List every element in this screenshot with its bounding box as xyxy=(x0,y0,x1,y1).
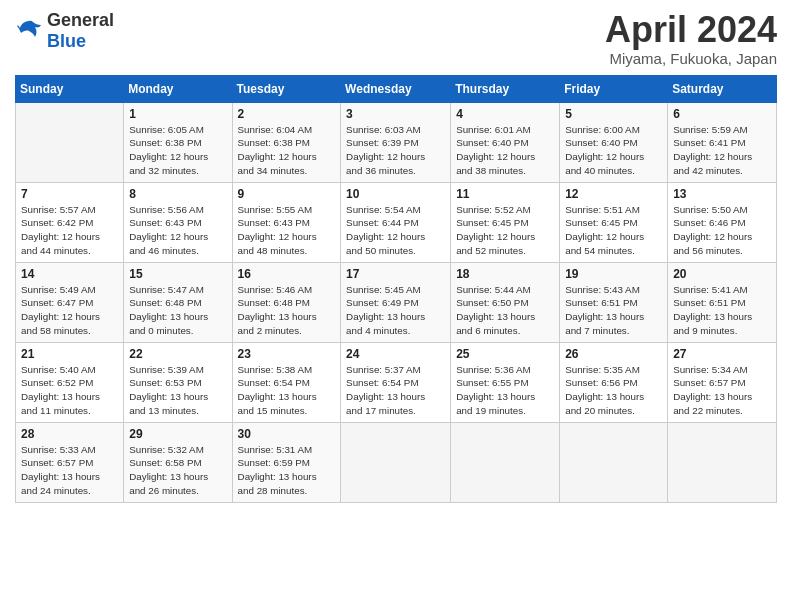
day-number: 29 xyxy=(129,427,226,441)
calendar-cell: 3Sunrise: 6:03 AM Sunset: 6:39 PM Daylig… xyxy=(341,102,451,182)
day-number: 11 xyxy=(456,187,554,201)
day-info: Sunrise: 5:55 AM Sunset: 6:43 PM Dayligh… xyxy=(238,203,336,258)
day-info: Sunrise: 5:39 AM Sunset: 6:53 PM Dayligh… xyxy=(129,363,226,418)
day-info: Sunrise: 5:47 AM Sunset: 6:48 PM Dayligh… xyxy=(129,283,226,338)
calendar-cell: 23Sunrise: 5:38 AM Sunset: 6:54 PM Dayli… xyxy=(232,342,341,422)
day-info: Sunrise: 6:04 AM Sunset: 6:38 PM Dayligh… xyxy=(238,123,336,178)
day-info: Sunrise: 5:51 AM Sunset: 6:45 PM Dayligh… xyxy=(565,203,662,258)
day-info: Sunrise: 5:50 AM Sunset: 6:46 PM Dayligh… xyxy=(673,203,771,258)
header-tuesday: Tuesday xyxy=(232,75,341,102)
calendar-cell: 9Sunrise: 5:55 AM Sunset: 6:43 PM Daylig… xyxy=(232,182,341,262)
header: General Blue April 2024 Miyama, Fukuoka,… xyxy=(15,10,777,67)
calendar-week-1: 7Sunrise: 5:57 AM Sunset: 6:42 PM Daylig… xyxy=(16,182,777,262)
day-number: 30 xyxy=(238,427,336,441)
calendar-cell: 5Sunrise: 6:00 AM Sunset: 6:40 PM Daylig… xyxy=(560,102,668,182)
day-number: 27 xyxy=(673,347,771,361)
calendar-week-3: 21Sunrise: 5:40 AM Sunset: 6:52 PM Dayli… xyxy=(16,342,777,422)
logo-general: General xyxy=(47,10,114,30)
calendar-cell: 10Sunrise: 5:54 AM Sunset: 6:44 PM Dayli… xyxy=(341,182,451,262)
calendar-cell: 11Sunrise: 5:52 AM Sunset: 6:45 PM Dayli… xyxy=(451,182,560,262)
day-info: Sunrise: 5:57 AM Sunset: 6:42 PM Dayligh… xyxy=(21,203,118,258)
header-sunday: Sunday xyxy=(16,75,124,102)
day-info: Sunrise: 5:52 AM Sunset: 6:45 PM Dayligh… xyxy=(456,203,554,258)
day-number: 12 xyxy=(565,187,662,201)
logo: General Blue xyxy=(15,10,114,52)
day-info: Sunrise: 5:46 AM Sunset: 6:48 PM Dayligh… xyxy=(238,283,336,338)
page-container: General Blue April 2024 Miyama, Fukuoka,… xyxy=(0,0,792,513)
calendar-cell: 17Sunrise: 5:45 AM Sunset: 6:49 PM Dayli… xyxy=(341,262,451,342)
calendar-cell: 27Sunrise: 5:34 AM Sunset: 6:57 PM Dayli… xyxy=(668,342,777,422)
day-number: 4 xyxy=(456,107,554,121)
day-info: Sunrise: 5:40 AM Sunset: 6:52 PM Dayligh… xyxy=(21,363,118,418)
day-number: 10 xyxy=(346,187,445,201)
day-number: 17 xyxy=(346,267,445,281)
calendar-cell: 26Sunrise: 5:35 AM Sunset: 6:56 PM Dayli… xyxy=(560,342,668,422)
day-info: Sunrise: 6:01 AM Sunset: 6:40 PM Dayligh… xyxy=(456,123,554,178)
day-info: Sunrise: 5:44 AM Sunset: 6:50 PM Dayligh… xyxy=(456,283,554,338)
location: Miyama, Fukuoka, Japan xyxy=(605,50,777,67)
day-info: Sunrise: 5:33 AM Sunset: 6:57 PM Dayligh… xyxy=(21,443,118,498)
day-info: Sunrise: 5:31 AM Sunset: 6:59 PM Dayligh… xyxy=(238,443,336,498)
day-number: 21 xyxy=(21,347,118,361)
day-number: 6 xyxy=(673,107,771,121)
day-number: 28 xyxy=(21,427,118,441)
day-info: Sunrise: 5:37 AM Sunset: 6:54 PM Dayligh… xyxy=(346,363,445,418)
calendar-cell xyxy=(451,422,560,502)
calendar-cell: 7Sunrise: 5:57 AM Sunset: 6:42 PM Daylig… xyxy=(16,182,124,262)
day-number: 26 xyxy=(565,347,662,361)
calendar-cell: 22Sunrise: 5:39 AM Sunset: 6:53 PM Dayli… xyxy=(124,342,232,422)
day-number: 19 xyxy=(565,267,662,281)
day-info: Sunrise: 5:45 AM Sunset: 6:49 PM Dayligh… xyxy=(346,283,445,338)
calendar-cell: 6Sunrise: 5:59 AM Sunset: 6:41 PM Daylig… xyxy=(668,102,777,182)
calendar-cell: 1Sunrise: 6:05 AM Sunset: 6:38 PM Daylig… xyxy=(124,102,232,182)
day-info: Sunrise: 5:35 AM Sunset: 6:56 PM Dayligh… xyxy=(565,363,662,418)
day-info: Sunrise: 5:56 AM Sunset: 6:43 PM Dayligh… xyxy=(129,203,226,258)
day-number: 15 xyxy=(129,267,226,281)
calendar-cell: 4Sunrise: 6:01 AM Sunset: 6:40 PM Daylig… xyxy=(451,102,560,182)
day-info: Sunrise: 5:59 AM Sunset: 6:41 PM Dayligh… xyxy=(673,123,771,178)
title-block: April 2024 Miyama, Fukuoka, Japan xyxy=(605,10,777,67)
calendar-cell: 15Sunrise: 5:47 AM Sunset: 6:48 PM Dayli… xyxy=(124,262,232,342)
day-number: 20 xyxy=(673,267,771,281)
day-number: 25 xyxy=(456,347,554,361)
day-number: 5 xyxy=(565,107,662,121)
day-number: 8 xyxy=(129,187,226,201)
day-info: Sunrise: 5:54 AM Sunset: 6:44 PM Dayligh… xyxy=(346,203,445,258)
calendar-cell xyxy=(16,102,124,182)
day-number: 13 xyxy=(673,187,771,201)
day-info: Sunrise: 5:38 AM Sunset: 6:54 PM Dayligh… xyxy=(238,363,336,418)
calendar-cell: 30Sunrise: 5:31 AM Sunset: 6:59 PM Dayli… xyxy=(232,422,341,502)
day-number: 1 xyxy=(129,107,226,121)
calendar-cell xyxy=(668,422,777,502)
day-info: Sunrise: 5:49 AM Sunset: 6:47 PM Dayligh… xyxy=(21,283,118,338)
calendar-cell: 21Sunrise: 5:40 AM Sunset: 6:52 PM Dayli… xyxy=(16,342,124,422)
calendar-week-4: 28Sunrise: 5:33 AM Sunset: 6:57 PM Dayli… xyxy=(16,422,777,502)
calendar-cell: 12Sunrise: 5:51 AM Sunset: 6:45 PM Dayli… xyxy=(560,182,668,262)
calendar-header-row: Sunday Monday Tuesday Wednesday Thursday… xyxy=(16,75,777,102)
header-wednesday: Wednesday xyxy=(341,75,451,102)
logo-blue: Blue xyxy=(47,31,86,51)
calendar-week-2: 14Sunrise: 5:49 AM Sunset: 6:47 PM Dayli… xyxy=(16,262,777,342)
day-number: 18 xyxy=(456,267,554,281)
day-info: Sunrise: 5:43 AM Sunset: 6:51 PM Dayligh… xyxy=(565,283,662,338)
day-info: Sunrise: 5:36 AM Sunset: 6:55 PM Dayligh… xyxy=(456,363,554,418)
day-number: 7 xyxy=(21,187,118,201)
calendar-cell: 16Sunrise: 5:46 AM Sunset: 6:48 PM Dayli… xyxy=(232,262,341,342)
day-number: 24 xyxy=(346,347,445,361)
calendar-cell: 18Sunrise: 5:44 AM Sunset: 6:50 PM Dayli… xyxy=(451,262,560,342)
header-saturday: Saturday xyxy=(668,75,777,102)
calendar-cell: 8Sunrise: 5:56 AM Sunset: 6:43 PM Daylig… xyxy=(124,182,232,262)
day-number: 22 xyxy=(129,347,226,361)
logo-bird-icon xyxy=(15,17,43,45)
day-info: Sunrise: 5:41 AM Sunset: 6:51 PM Dayligh… xyxy=(673,283,771,338)
calendar-cell xyxy=(341,422,451,502)
calendar-cell: 25Sunrise: 5:36 AM Sunset: 6:55 PM Dayli… xyxy=(451,342,560,422)
calendar-cell: 2Sunrise: 6:04 AM Sunset: 6:38 PM Daylig… xyxy=(232,102,341,182)
day-info: Sunrise: 6:00 AM Sunset: 6:40 PM Dayligh… xyxy=(565,123,662,178)
calendar-cell: 14Sunrise: 5:49 AM Sunset: 6:47 PM Dayli… xyxy=(16,262,124,342)
day-number: 23 xyxy=(238,347,336,361)
day-info: Sunrise: 5:32 AM Sunset: 6:58 PM Dayligh… xyxy=(129,443,226,498)
day-info: Sunrise: 6:05 AM Sunset: 6:38 PM Dayligh… xyxy=(129,123,226,178)
day-number: 14 xyxy=(21,267,118,281)
calendar-cell: 28Sunrise: 5:33 AM Sunset: 6:57 PM Dayli… xyxy=(16,422,124,502)
